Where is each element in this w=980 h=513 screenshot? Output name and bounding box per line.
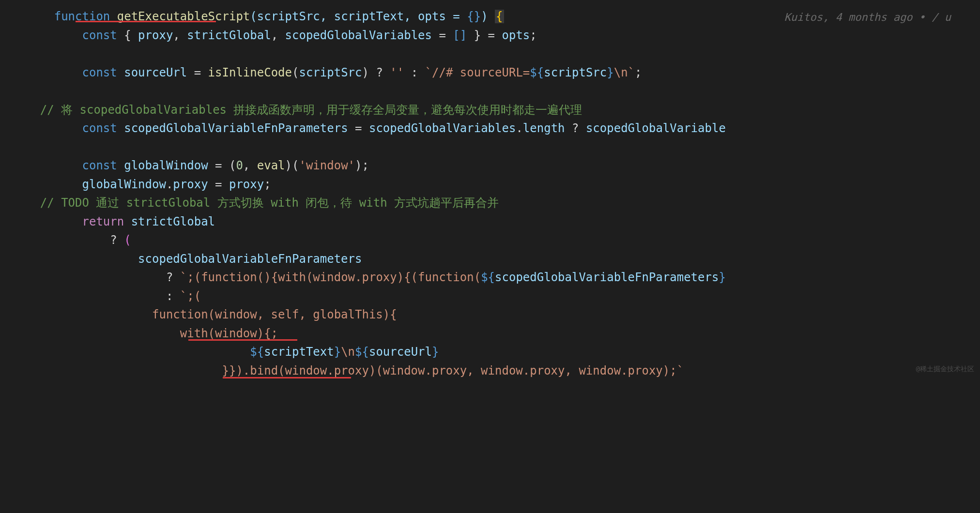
code-line[interactable]: function(window, self, globalThis){ bbox=[12, 305, 980, 324]
string: '' bbox=[390, 66, 404, 79]
code-line[interactable]: globalWindow.proxy = proxy; bbox=[12, 175, 980, 194]
variable: sourceUrl bbox=[124, 66, 187, 79]
red-underline-annotation bbox=[188, 339, 297, 341]
code-line[interactable] bbox=[12, 82, 980, 101]
keyword: const bbox=[54, 66, 124, 79]
keyword: const bbox=[54, 121, 124, 135]
variable: strictGlobal bbox=[131, 215, 215, 228]
function-call: isInlineCode bbox=[208, 66, 292, 79]
red-underline-annotation bbox=[223, 377, 351, 378]
watermark: @稀土掘金技术社区 bbox=[916, 363, 974, 374]
variable: scopedGlobalVariableFnParameters bbox=[124, 121, 348, 135]
operator: = bbox=[348, 121, 369, 135]
code-line[interactable]: const { proxy, strictGlobal, scopedGloba… bbox=[12, 26, 980, 45]
code-editor[interactable]: Kuitos, 4 months ago • ∕ u function getE… bbox=[0, 0, 980, 380]
code-line[interactable]: return strictGlobal bbox=[12, 212, 980, 231]
code-line[interactable]: }}).bind(window.proxy)(window.proxy, win… bbox=[12, 362, 980, 380]
code-line[interactable]: const scopedGlobalVariableFnParameters =… bbox=[12, 119, 980, 138]
red-underline-annotation bbox=[76, 21, 216, 22]
operator: : bbox=[404, 66, 425, 79]
code-line[interactable]: : `;( bbox=[12, 287, 980, 306]
keyword: const bbox=[54, 29, 124, 42]
operator: = bbox=[187, 66, 208, 79]
template-string: function(window, self, globalThis){ bbox=[12, 305, 397, 324]
code-line[interactable]: const sourceUrl = isInlineCode(scriptSrc… bbox=[12, 63, 980, 82]
